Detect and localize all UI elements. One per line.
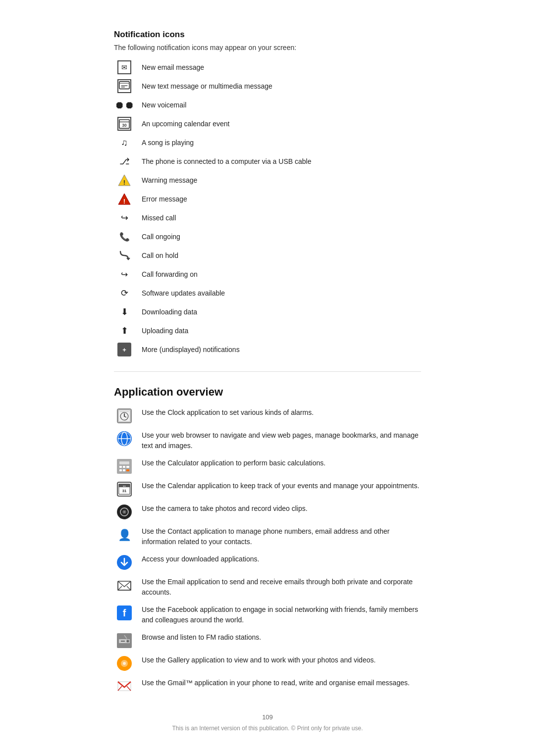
list-item: Use the Email application to send and re… — [114, 577, 421, 598]
item-label: Error message — [142, 195, 187, 203]
svg-rect-26 — [119, 469, 122, 471]
app-description: Use the Calendar application to keep tra… — [142, 481, 419, 491]
item-label: Uploading data — [142, 327, 188, 335]
list-item: f Use the Facebook application to engage… — [114, 605, 421, 625]
missed-call-icon: ↩ — [117, 211, 131, 225]
list-item: ⏺⏺ New voicemail — [114, 98, 421, 112]
item-label: New voicemail — [142, 101, 186, 109]
list-item: ↪ Call forwarding on — [114, 267, 421, 281]
item-label: The phone is connected to a computer via… — [142, 157, 311, 165]
contacts-app-icon: 👤 — [117, 527, 132, 542]
list-item: 31 31 Use the Calendar application to ke… — [114, 481, 421, 497]
list-item: ! Warning message — [114, 173, 421, 187]
app-description: Use the Facebook application to engage i… — [142, 605, 421, 625]
notification-list: ✉ New email message New text — [114, 60, 421, 356]
app-icon-cell — [114, 678, 135, 694]
list-item: ♫ A song is playing — [114, 136, 421, 150]
list-item: Access your downloaded applications. — [114, 554, 421, 570]
app-icon-cell — [114, 632, 135, 648]
list-item: ! Error message — [114, 192, 421, 206]
icon-cell — [114, 79, 135, 93]
app-description: Use the Email application to send and re… — [142, 577, 421, 598]
svg-text:!: ! — [123, 179, 125, 186]
app-description: Use the Gmail™ application in your phone… — [142, 678, 410, 688]
list-item: Browse and listen to FM radio stations. — [114, 632, 421, 648]
item-label: Call ongoing — [142, 233, 180, 241]
icon-cell: + — [114, 343, 135, 356]
svg-text:31: 31 — [123, 485, 126, 488]
download-icon: ⬇ — [117, 305, 131, 319]
calendar-app-icon: 31 31 — [117, 482, 132, 497]
sms-icon — [117, 79, 131, 93]
item-label: More (undisplayed) notifications — [142, 346, 240, 353]
list-item: ⬇ Downloading data — [114, 305, 421, 319]
icon-cell: ↪ — [114, 267, 135, 281]
svg-line-42 — [127, 586, 131, 590]
app-icon-cell: f — [114, 605, 135, 620]
list-item: 👤 Use the Contact application to manage … — [114, 526, 421, 547]
notification-subtitle: The following notification icons may app… — [114, 44, 421, 51]
list-item: 30 An upcoming calendar event — [114, 117, 421, 131]
item-label: Software updates available — [142, 289, 225, 297]
icon-cell: ⏺⏺ — [114, 98, 135, 112]
notification-title: Notification icons — [114, 30, 421, 40]
app-icon-cell — [114, 655, 135, 671]
app-icon-cell — [114, 554, 135, 570]
music-icon: ♫ — [117, 136, 131, 150]
list-item: Use the Calculator application to perfor… — [114, 458, 421, 474]
svg-rect-28 — [126, 469, 129, 471]
voicemail-icon: ⏺⏺ — [117, 98, 131, 112]
svg-point-37 — [123, 511, 125, 513]
app-description: Use the Contact application to manage ph… — [142, 526, 421, 547]
svg-rect-27 — [123, 469, 125, 471]
list-item: Call on hold — [114, 249, 421, 262]
list-item: 📞 Call ongoing — [114, 230, 421, 244]
svg-text:31: 31 — [122, 489, 127, 493]
icon-cell: 📞 — [114, 230, 135, 244]
icon-cell: ⎇ — [114, 154, 135, 168]
item-label: Warning message — [142, 176, 197, 184]
app-list: Use the Clock application to set various… — [114, 407, 421, 694]
svg-rect-24 — [123, 466, 125, 468]
downloads-app-icon — [117, 555, 132, 570]
icon-cell: ⟳ — [114, 286, 135, 300]
call-hold-icon — [117, 249, 131, 262]
app-description: Use the Clock application to set various… — [142, 407, 314, 418]
item-label: New text message or multimedia message — [142, 82, 272, 90]
list-item: ✉ New email message — [114, 60, 421, 74]
svg-text:!: ! — [123, 198, 125, 205]
item-label: New email message — [142, 63, 204, 71]
app-description: Use the camera to take photos and record… — [142, 504, 308, 514]
app-overview-title: Application overview — [114, 386, 421, 399]
calculator-app-icon — [117, 459, 132, 474]
app-icon-cell — [114, 407, 135, 423]
app-icon-cell: 31 31 — [114, 481, 135, 497]
app-icon-cell — [114, 577, 135, 593]
svg-point-46 — [127, 641, 129, 642]
svg-line-41 — [118, 586, 122, 590]
icon-cell — [114, 249, 135, 262]
call-ongoing-icon: 📞 — [117, 230, 131, 244]
item-label: Missed call — [142, 214, 176, 222]
gmail-app-icon — [117, 679, 132, 694]
icon-cell: 30 — [114, 117, 135, 131]
list-item: Use the Gmail™ application in your phone… — [114, 678, 421, 694]
more-notifications-icon: + — [117, 343, 131, 356]
usb-icon: ⎇ — [117, 154, 131, 168]
icon-cell: ! — [114, 192, 135, 206]
svg-rect-0 — [119, 82, 129, 89]
svg-rect-25 — [126, 466, 129, 468]
list-item: Use the Clock application to set various… — [114, 407, 421, 423]
call-forward-icon: ↪ — [117, 267, 131, 281]
list-item: Use the Gallery application to view and … — [114, 655, 421, 671]
browser-app-icon — [117, 431, 132, 446]
warning-yellow-icon: ! — [117, 173, 131, 187]
item-label: An upcoming calendar event — [142, 120, 229, 128]
error-icon: ! — [117, 192, 131, 206]
list-item: ⬆ Uploading data — [114, 324, 421, 338]
list-item: ⟳ Software updates available — [114, 286, 421, 300]
svg-rect-23 — [119, 466, 122, 468]
section-divider — [114, 371, 421, 372]
calendar-icon: 30 — [117, 117, 131, 131]
item-label: Call forwarding on — [142, 270, 198, 278]
